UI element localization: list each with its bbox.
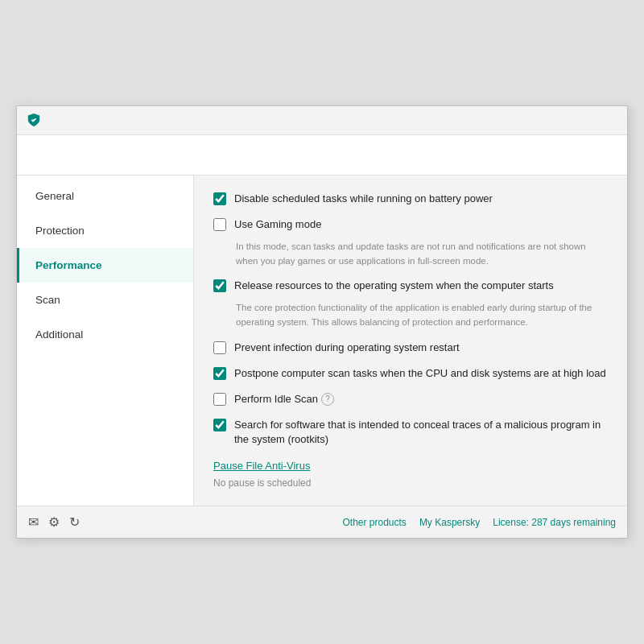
- desc-text-gaming-mode: In this mode, scan tasks and update task…: [236, 242, 586, 266]
- checkbox-wrap-release-resources: Release resources to the operating syste…: [213, 279, 554, 293]
- sidebar-item-performance[interactable]: Performance: [17, 248, 193, 283]
- main-content: Disable scheduled tasks while running on…: [194, 175, 627, 506]
- sidebar: GeneralProtectionPerformanceScanAddition…: [17, 175, 194, 506]
- setting-row-prevent-infection: Prevent infection during operating syste…: [213, 341, 608, 355]
- sidebar-item-general[interactable]: General: [17, 179, 193, 213]
- minimize-button[interactable]: [569, 110, 592, 130]
- checkbox-postpone-scan[interactable]: [213, 367, 226, 380]
- label-postpone-scan: Postpone computer scan tasks when the CP…: [234, 366, 606, 381]
- pause-file-antivirus-link[interactable]: Pause File Anti-Virus: [213, 460, 310, 472]
- content-area: GeneralProtectionPerformanceScanAddition…: [17, 175, 627, 506]
- setting-row-search-rootkits: Search for software that is intended to …: [213, 418, 608, 447]
- footer: ✉⚙↻ Other productsMy KasperskyLicense: 2…: [17, 506, 627, 538]
- setting-row-disable-scheduled: Disable scheduled tasks while running on…: [213, 192, 608, 206]
- refresh-icon[interactable]: ↻: [69, 514, 80, 530]
- checkbox-wrap-gaming-mode: Use Gaming mode: [213, 217, 321, 232]
- label-search-rootkits: Search for software that is intended to …: [234, 418, 608, 447]
- setting-row-release-resources: Release resources to the operating syste…: [213, 279, 608, 293]
- settings-header: [17, 135, 627, 175]
- checkbox-wrap-search-rootkits: Search for software that is intended to …: [213, 418, 608, 447]
- license[interactable]: License: 287 days remaining: [493, 517, 616, 528]
- label-prevent-infection: Prevent infection during operating syste…: [234, 341, 460, 355]
- other-products[interactable]: Other products: [343, 517, 407, 528]
- checkbox-idle-scan[interactable]: [213, 393, 226, 406]
- checkbox-release-resources[interactable]: [213, 279, 226, 292]
- app-logo: [27, 113, 41, 127]
- label-release-resources: Release resources to the operating syste…: [234, 279, 554, 293]
- email-icon[interactable]: ✉: [28, 514, 39, 530]
- my-kaspersky[interactable]: My Kaspersky: [419, 517, 480, 528]
- desc-row-release-resources: The core protection functionality of the…: [236, 299, 608, 328]
- help-icon-idle-scan[interactable]: ?: [321, 393, 334, 406]
- setting-row-gaming-mode: Use Gaming mode: [213, 217, 608, 232]
- close-button[interactable]: [595, 110, 617, 130]
- checkbox-wrap-prevent-infection: Prevent infection during operating syste…: [213, 341, 460, 355]
- checkbox-search-rootkits[interactable]: [213, 419, 226, 431]
- app-window: GeneralProtectionPerformanceScanAddition…: [16, 105, 628, 539]
- desc-text-release-resources: The core protection functionality of the…: [236, 303, 592, 327]
- checkbox-wrap-disable-scheduled: Disable scheduled tasks while running on…: [213, 192, 493, 206]
- desc-row-gaming-mode: In this mode, scan tasks and update task…: [236, 238, 608, 267]
- checkbox-gaming-mode[interactable]: [213, 218, 226, 231]
- checkbox-wrap-idle-scan: Perform Idle Scan?: [213, 392, 334, 407]
- label-gaming-mode: Use Gaming mode: [234, 217, 321, 232]
- footer-icons: ✉⚙↻: [28, 514, 80, 530]
- pause-section: Pause File Anti-VirusNo pause is schedul…: [213, 458, 608, 489]
- sidebar-item-protection[interactable]: Protection: [17, 213, 193, 248]
- label-disable-scheduled: Disable scheduled tasks while running on…: [234, 192, 493, 206]
- checkbox-wrap-postpone-scan: Postpone computer scan tasks when the CP…: [213, 366, 606, 381]
- label-idle-scan: Perform Idle Scan?: [234, 392, 334, 407]
- checkbox-prevent-infection[interactable]: [213, 341, 226, 354]
- setting-row-postpone-scan: Postpone computer scan tasks when the CP…: [213, 366, 608, 381]
- pause-status: No pause is scheduled: [213, 477, 311, 489]
- checkbox-disable-scheduled[interactable]: [213, 192, 226, 205]
- titlebar: [17, 106, 627, 135]
- sidebar-item-scan[interactable]: Scan: [17, 283, 193, 317]
- titlebar-controls: [543, 110, 617, 130]
- sidebar-item-additional[interactable]: Additional: [17, 317, 193, 352]
- help-button[interactable]: [543, 110, 566, 130]
- setting-row-idle-scan: Perform Idle Scan?: [213, 392, 608, 407]
- footer-links: Other productsMy KasperskyLicense: 287 d…: [343, 517, 617, 528]
- settings-icon[interactable]: ⚙: [48, 514, 60, 530]
